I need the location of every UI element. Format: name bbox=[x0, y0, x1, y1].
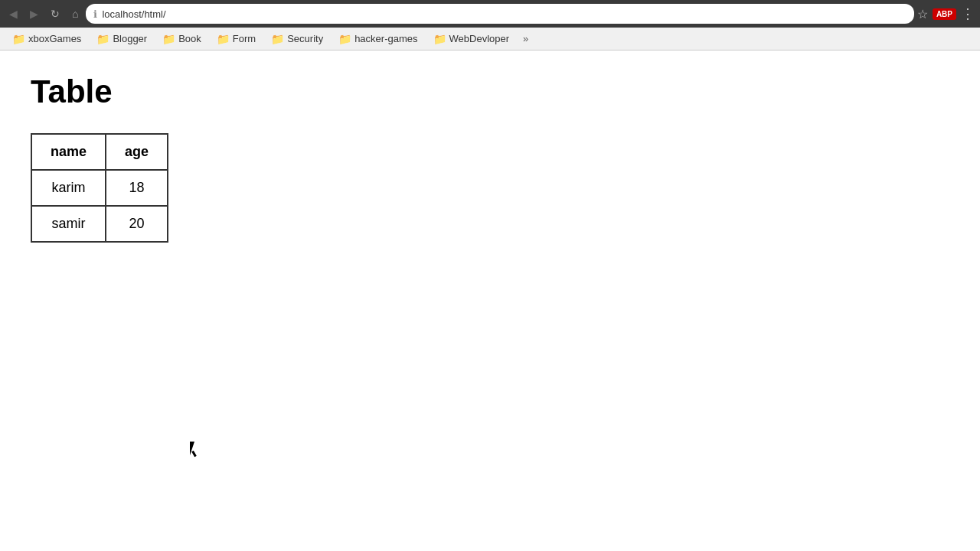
address-bar-container: ℹ bbox=[86, 4, 913, 24]
bookmark-blogger[interactable]: 📁 Blogger bbox=[90, 31, 153, 47]
cell-age-1: 18 bbox=[106, 170, 168, 206]
folder-icon: 📁 bbox=[217, 33, 230, 45]
bookmark-label: hacker-games bbox=[354, 33, 417, 44]
reload-button[interactable]: ↻ bbox=[46, 6, 64, 21]
bookmark-xboxgames[interactable]: 📁 xboxGames bbox=[6, 31, 87, 47]
folder-icon: 📁 bbox=[271, 33, 284, 45]
bookmark-star-button[interactable]: ☆ bbox=[917, 7, 928, 21]
table-header-row: name age bbox=[31, 134, 168, 170]
folder-icon: 📁 bbox=[12, 33, 25, 45]
table-row: karim 18 bbox=[31, 170, 168, 206]
cell-name-2: samir bbox=[31, 206, 106, 242]
bookmark-hacker-games[interactable]: 📁 hacker-games bbox=[332, 31, 423, 47]
bookmark-label: Security bbox=[287, 33, 323, 44]
nav-right-icons: ☆ ABP ⋮ bbox=[917, 5, 975, 22]
cell-name-1: karim bbox=[31, 170, 106, 206]
info-icon: ℹ bbox=[93, 8, 97, 20]
column-header-age: age bbox=[106, 134, 168, 170]
bookmark-label: Book bbox=[178, 33, 201, 44]
folder-icon: 📁 bbox=[433, 33, 446, 45]
back-button[interactable]: ◀ bbox=[5, 6, 22, 21]
bookmarks-bar: 📁 xboxGames 📁 Blogger 📁 Book 📁 Form 📁 Se… bbox=[0, 28, 980, 51]
forward-button[interactable]: ▶ bbox=[25, 6, 43, 21]
bookmark-book[interactable]: 📁 Book bbox=[156, 31, 207, 47]
browser-chrome: ◀ ▶ ↻ ⌂ ℹ ☆ ABP ⋮ 📁 xboxGames 📁 Blogger … bbox=[0, 0, 980, 51]
home-button[interactable]: ⌂ bbox=[67, 6, 83, 21]
bookmark-security[interactable]: 📁 Security bbox=[265, 31, 329, 47]
bookmark-form[interactable]: 📁 Form bbox=[211, 31, 262, 47]
bookmarks-overflow-button[interactable]: » bbox=[518, 31, 533, 46]
data-table: name age karim 18 samir 20 bbox=[31, 133, 168, 243]
cell-age-2: 20 bbox=[106, 206, 168, 242]
folder-icon: 📁 bbox=[338, 33, 351, 45]
bookmark-label: Form bbox=[233, 33, 256, 44]
address-bar[interactable] bbox=[102, 8, 906, 20]
bookmark-webdevloper[interactable]: 📁 WebDevloper bbox=[427, 31, 516, 47]
column-header-name: name bbox=[31, 134, 106, 170]
table-row: samir 20 bbox=[31, 206, 168, 242]
folder-icon: 📁 bbox=[162, 33, 175, 45]
abp-badge[interactable]: ABP bbox=[933, 8, 956, 20]
folder-icon: 📁 bbox=[96, 33, 109, 45]
bookmark-label: Blogger bbox=[113, 33, 147, 44]
bookmark-label: WebDevloper bbox=[449, 33, 510, 44]
browser-menu-button[interactable]: ⋮ bbox=[961, 5, 975, 22]
page-content: Table name age karim 18 samir 20 bbox=[0, 51, 980, 551]
nav-bar: ◀ ▶ ↻ ⌂ ℹ ☆ ABP ⋮ bbox=[0, 0, 980, 28]
page-title: Table bbox=[31, 73, 949, 110]
bookmark-label: xboxGames bbox=[28, 33, 81, 44]
